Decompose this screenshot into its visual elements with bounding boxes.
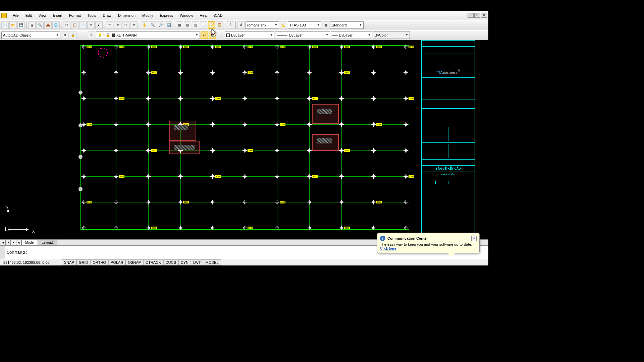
chevron-down-icon: ▼	[196, 34, 198, 37]
zoom-previous-icon[interactable]: 🔙	[165, 21, 172, 29]
tab-first-icon[interactable]: |◀	[0, 240, 5, 245]
publish-icon[interactable]: 📤	[44, 21, 52, 29]
column-marker	[371, 148, 376, 153]
menu-file[interactable]: File	[9, 12, 22, 19]
maximize-button[interactable]: □	[474, 13, 480, 18]
app-icon[interactable]	[1, 13, 7, 18]
color-dropdown[interactable]: ByLayer ▼	[225, 32, 274, 39]
tab-layout1[interactable]: Layout1	[38, 240, 57, 245]
properties-icon[interactable]: ▦	[176, 21, 183, 29]
undo-arrow-icon[interactable]: ▾	[114, 21, 121, 29]
menu-insert[interactable]: Insert	[50, 12, 66, 19]
column-marker	[82, 174, 86, 179]
column-marker	[404, 96, 408, 101]
linetype-dropdown[interactable]: ──── ByLayer ▼	[275, 32, 330, 39]
snap-toggle[interactable]: SNAP	[62, 259, 76, 265]
table-style-icon[interactable]: ▦	[322, 21, 329, 29]
column-marker	[146, 70, 151, 75]
print-icon[interactable]: 🖨	[28, 21, 36, 29]
layer-state-icon[interactable]: 📚	[209, 32, 216, 39]
close-icon[interactable]: ✕	[471, 236, 477, 241]
undo-icon[interactable]: ↶	[106, 21, 113, 29]
copy-icon[interactable]: 📋	[71, 21, 78, 29]
menu-icad[interactable]: iCAD	[211, 12, 226, 19]
sheet-set-icon[interactable]: 📑	[200, 21, 207, 29]
design-center-icon[interactable]: ▤	[184, 21, 191, 29]
tab-prev-icon[interactable]: ◀	[5, 240, 11, 245]
workspace-lock-icon[interactable]: 🔒	[69, 32, 76, 39]
zoom-realtime-icon[interactable]: 🔍	[149, 21, 156, 29]
tool-palette-icon[interactable]: ▥	[192, 21, 199, 29]
column-marker	[275, 96, 279, 101]
hatch-region	[317, 138, 332, 143]
core-outline	[169, 121, 196, 141]
text-style-dropdown[interactable]: romans.shx ▼	[246, 21, 279, 29]
paste-icon[interactable]: 📄	[79, 21, 87, 29]
cut-icon[interactable]: ✂	[63, 21, 70, 29]
close-button[interactable]: ✕	[481, 13, 487, 18]
column-marker	[178, 70, 183, 75]
plot-style-dropdown[interactable]: ByColor ▼	[373, 32, 410, 39]
markup-icon[interactable]: 📝	[208, 21, 215, 29]
menu-window[interactable]: Window	[176, 12, 196, 19]
plot-icon[interactable]: 🌐	[52, 21, 60, 29]
menu-help[interactable]: Help	[196, 12, 211, 19]
brush-icon[interactable]: 🖌	[95, 21, 103, 29]
popup-link[interactable]: Click here.	[380, 246, 397, 250]
layer-previous-icon[interactable]: ↩	[201, 32, 208, 39]
help-icon[interactable]: ?	[227, 21, 234, 29]
chevron-down-icon: ▼	[56, 34, 59, 37]
menu-tools[interactable]: Tools	[84, 12, 100, 19]
column-marker	[275, 122, 279, 127]
preview-icon[interactable]: 🔍	[36, 21, 44, 29]
menu-edit[interactable]: Edit	[22, 12, 35, 19]
section-marker	[78, 187, 83, 191]
save-icon[interactable]: 💾	[17, 21, 25, 29]
drawing-canvas[interactable]: 2500250025003000300030002500250025002500…	[0, 40, 488, 239]
layer-dropdown[interactable]: 💡 ☀ 🔓 XDIT-MANH ▼	[96, 32, 200, 39]
lwt-toggle[interactable]: LWT	[191, 259, 203, 265]
ducs-toggle[interactable]: DUCS	[163, 259, 178, 265]
new-icon[interactable]: 📄	[1, 21, 9, 29]
open-icon[interactable]: 📂	[9, 21, 17, 29]
polar-toggle[interactable]: POLAR	[108, 259, 125, 265]
dim-style-icon[interactable]: 📐	[280, 21, 287, 29]
column-marker	[114, 148, 118, 153]
column-marker	[114, 96, 118, 101]
tab-next-icon[interactable]: ▶	[11, 240, 16, 245]
calculator-icon[interactable]: 🧮	[216, 21, 223, 29]
ortho-toggle[interactable]: ORTHO	[90, 259, 108, 265]
zoom-window-icon[interactable]: 🔎	[157, 21, 164, 29]
menu-format[interactable]: Format	[66, 12, 84, 19]
tab-model[interactable]: Model	[21, 240, 38, 245]
menu-draw[interactable]: Draw	[99, 12, 115, 19]
redo-arrow-icon[interactable]: ▾	[130, 21, 138, 29]
column-marker	[82, 200, 86, 204]
osnap-toggle[interactable]: OSNAP	[125, 259, 143, 265]
model-toggle[interactable]: MODEL	[203, 259, 221, 265]
workspace-settings-icon[interactable]: ⚙	[61, 32, 68, 39]
menu-view[interactable]: View	[35, 12, 50, 19]
dim-style-dropdown[interactable]: TTAS.180 ▼	[288, 21, 321, 29]
match-icon[interactable]: ✏	[87, 21, 95, 29]
dyn-toggle[interactable]: DYN	[178, 259, 191, 265]
layer-manager-icon[interactable]: ≡	[88, 32, 95, 39]
line-sample: ────	[277, 33, 287, 37]
command-scrollbar[interactable]	[0, 246, 5, 259]
redo-icon[interactable]: ↷	[122, 21, 129, 29]
table-style-dropdown[interactable]: Standard ▼	[330, 21, 364, 29]
workspace-dropdown[interactable]: AutoCAD Classic ▼	[1, 32, 60, 39]
menu-modify[interactable]: Modify	[139, 12, 156, 19]
pan-icon[interactable]: ✋	[141, 21, 148, 29]
otrack-toggle[interactable]: OTRACK	[143, 259, 163, 265]
minimize-button[interactable]: ─	[468, 13, 474, 18]
standard-toolbar: 📄 📂 💾 🖨 🔍 📤 🌐 ✂ 📋 📄 ✏ 🖌 ↶ ▾ ↷ ▾ ✋ 🔍 🔎 🔙 …	[0, 20, 488, 30]
tab-last-icon[interactable]: ▶|	[16, 240, 21, 245]
grid-toggle[interactable]: GRID	[76, 259, 91, 265]
menu-dimension[interactable]: Dimension	[115, 12, 139, 19]
color-value: ByLayer	[231, 33, 245, 37]
text-style-icon[interactable]: A	[237, 21, 245, 29]
lineweight-dropdown[interactable]: ── ByLayer ▼	[331, 32, 372, 39]
dimension-label: 2500	[87, 201, 92, 203]
menu-express[interactable]: Express	[156, 12, 176, 19]
